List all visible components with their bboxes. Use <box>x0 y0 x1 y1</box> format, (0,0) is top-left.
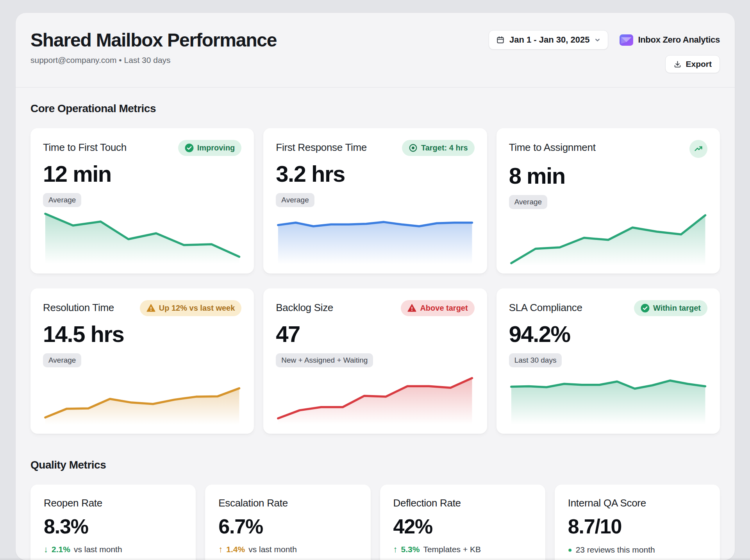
page-bottom-shade <box>0 558 750 560</box>
status-badge-label: Improving <box>197 143 235 152</box>
header-left: Shared Mailbox Performance support@compa… <box>30 29 277 65</box>
calendar-icon <box>496 36 505 44</box>
metric-value: 8.7/10 <box>568 515 707 538</box>
warning-icon <box>407 304 416 313</box>
target-icon <box>409 143 418 152</box>
card-time-to-first-touch: Time to First Touch Improving 12 min Ave… <box>30 128 254 274</box>
metric-tag: Average <box>43 193 81 207</box>
warning-badge-label: Up 12% vs last week <box>159 304 235 313</box>
card-title: Escalation Rate <box>218 497 357 509</box>
metric-value: 8 min <box>509 163 707 189</box>
brand: Inbox Zero Analytics <box>619 33 720 47</box>
download-icon <box>673 60 682 68</box>
status-badge: Improving <box>178 140 242 156</box>
card-title: Reopen Rate <box>44 497 182 509</box>
metric-value: 6.7% <box>218 515 357 538</box>
metric-tag: Last 30 days <box>509 353 562 367</box>
export-button[interactable]: Export <box>665 55 720 73</box>
delta-row: ↑ 5.3% Templates + KB <box>393 544 532 555</box>
export-label: Export <box>686 59 712 69</box>
delta-text: vs last month <box>248 545 297 554</box>
inbox-zero-logo-icon <box>619 33 634 47</box>
metric-value: 12 min <box>43 161 241 187</box>
sparkline-chart <box>43 207 241 267</box>
delta-row: ↑ 1.4% vs last month <box>218 544 357 555</box>
quality-metrics-grid: Reopen Rate 8.3% ↓ 2.1% vs last month Es… <box>30 485 720 560</box>
metric-tag: Average <box>509 195 547 209</box>
metric-value: 14.5 hrs <box>43 321 241 347</box>
sparkline-chart <box>276 367 474 427</box>
metric-value: 3.2 hrs <box>276 161 474 187</box>
card-time-to-assignment: Time to Assignment 8 min Average <box>496 128 720 274</box>
metric-tag: Average <box>43 353 81 367</box>
header-divider <box>16 87 735 88</box>
arrow-up-icon: ↑ <box>218 544 223 555</box>
card-title: Backlog Size <box>276 300 333 314</box>
sparkline-chart <box>509 367 707 427</box>
arrow-up-icon: ↑ <box>393 544 398 555</box>
delta-text: Templates + KB <box>423 545 481 554</box>
alert-badge-label: Above target <box>420 304 468 313</box>
header: Shared Mailbox Performance support@compa… <box>30 29 720 73</box>
card-backlog-size: Backlog Size Above target 47 New + Assig… <box>263 288 487 434</box>
card-title: Resolution Time <box>43 300 114 314</box>
delta-row: ● 23 reviews this month <box>568 545 707 555</box>
status-badge: Within target <box>634 300 707 316</box>
metric-value: 8.3% <box>44 515 182 538</box>
dashboard-panel: Shared Mailbox Performance support@compa… <box>16 13 735 560</box>
trending-up-icon <box>694 144 703 154</box>
date-range-button[interactable]: Jan 1 - Jan 30, 2025 <box>489 30 608 50</box>
card-sla-compliance: SLA Compliance Within target 94.2% Last … <box>496 288 720 434</box>
delta-value: 1.4% <box>226 545 245 554</box>
card-deflection-rate: Deflection Rate 42% ↑ 5.3% Templates + K… <box>380 485 545 560</box>
core-metrics-grid: Time to First Touch Improving 12 min Ave… <box>30 128 720 434</box>
metric-tag: New + Assigned + Waiting <box>276 353 373 367</box>
delta-value: 2.1% <box>52 545 70 554</box>
delta-row: ↓ 2.1% vs last month <box>44 544 182 555</box>
sparkline-chart <box>43 367 241 427</box>
status-badge-label: Within target <box>653 304 701 313</box>
card-escalation-rate: Escalation Rate 6.7% ↑ 1.4% vs last mont… <box>205 485 370 560</box>
sparkline-chart <box>509 209 707 268</box>
dot-icon: ● <box>568 546 572 554</box>
warning-icon <box>146 304 155 313</box>
page-subtitle: support@company.com • Last 30 days <box>30 55 277 65</box>
metric-value: 42% <box>393 515 532 538</box>
section-title-core: Core Operational Metrics <box>30 102 720 115</box>
card-first-response-time: First Response Time Target: 4 hrs 3.2 hr… <box>263 128 487 274</box>
card-title: Internal QA Score <box>568 497 707 509</box>
check-circle-icon <box>185 143 194 152</box>
date-range-label: Jan 1 - Jan 30, 2025 <box>509 35 589 45</box>
arrow-down-icon: ↓ <box>44 544 48 555</box>
delta-text: vs last month <box>74 545 122 554</box>
target-badge-label: Target: 4 hrs <box>421 143 468 152</box>
warning-badge: Up 12% vs last week <box>140 300 242 316</box>
delta-value: 5.3% <box>401 545 420 554</box>
brand-name: Inbox Zero Analytics <box>638 35 720 45</box>
metric-tag: Average <box>276 193 314 207</box>
metric-value: 94.2% <box>509 321 707 347</box>
alert-badge: Above target <box>401 300 474 316</box>
card-resolution-time: Resolution Time Up 12% vs last week 14.5… <box>30 288 254 434</box>
header-right: Jan 1 - Jan 30, 2025 <box>489 29 720 73</box>
target-badge: Target: 4 hrs <box>402 140 475 156</box>
card-internal-qa-score: Internal QA Score 8.7/10 ● 23 reviews th… <box>555 485 720 560</box>
card-reopen-rate: Reopen Rate 8.3% ↓ 2.1% vs last month <box>30 485 196 560</box>
card-title: First Response Time <box>276 140 367 154</box>
trend-badge <box>689 140 707 158</box>
chevron-down-icon <box>594 37 601 43</box>
card-title: Time to First Touch <box>43 140 127 154</box>
card-title: Deflection Rate <box>393 497 532 509</box>
delta-text: 23 reviews this month <box>576 545 655 555</box>
page-title: Shared Mailbox Performance <box>30 29 277 51</box>
metric-value: 47 <box>276 321 474 347</box>
sparkline-chart <box>276 207 474 267</box>
section-title-quality: Quality Metrics <box>30 459 720 471</box>
card-title: Time to Assignment <box>509 140 596 154</box>
check-circle-icon <box>641 304 650 313</box>
card-title: SLA Compliance <box>509 300 582 314</box>
